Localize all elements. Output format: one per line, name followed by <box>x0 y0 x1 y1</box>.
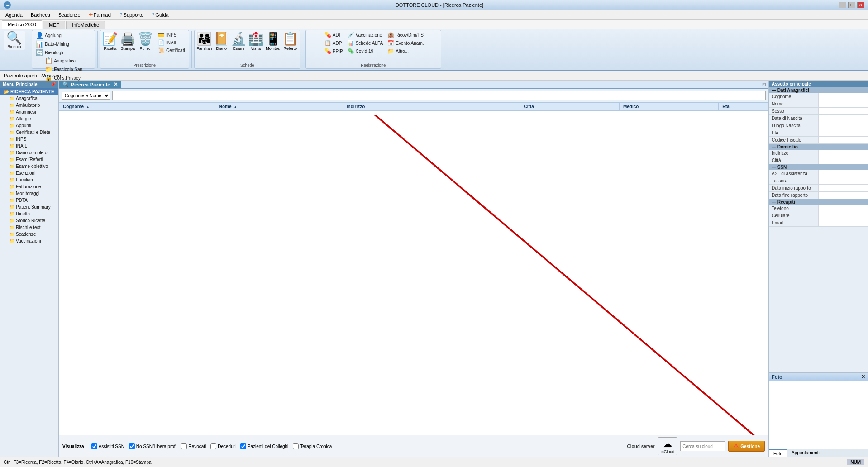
ribbon-btn-inps[interactable]: 💳 INPS <box>156 31 187 38</box>
ribbon-btn-datamining[interactable]: 📊 Data-Mining <box>34 40 71 48</box>
foto-close-icon[interactable]: ✕ <box>861 374 865 380</box>
checkbox-revocati[interactable]: Revocati <box>181 443 206 449</box>
sidebar-item-familiari[interactable]: 📁 Familiari <box>0 176 58 183</box>
adp-icon: 📋 <box>324 40 331 46</box>
pulisci-icon: 🗑️ <box>138 31 153 46</box>
ribbon-btn-altro[interactable]: 📁 Altro... <box>386 48 410 55</box>
cerca-cloud-input[interactable] <box>680 441 725 451</box>
sidebar-item-appunti[interactable]: 📁 Appunti <box>0 122 58 129</box>
ribbon-btn-pulisci[interactable]: 🗑️ Pulisci <box>138 31 153 51</box>
ribbon-btn-anagrafica[interactable]: 📋 Anagrafica <box>43 57 86 65</box>
sidebar-item-anagrafica[interactable]: 📁 Anagrafica <box>0 95 58 102</box>
tab-infomediche[interactable]: InfoMediche <box>66 21 105 29</box>
sidebar-item-monitoraggi[interactable]: 📁 Monitoraggi <box>0 190 58 197</box>
gestione-button[interactable]: ⚠ Gestione <box>728 441 765 452</box>
col-nome[interactable]: Nome ▲ <box>215 103 343 111</box>
sidebar-item-allergie[interactable]: 📁 Allergie <box>0 115 58 122</box>
ribbon-btn-ricerca[interactable]: 🔍 Ricerca <box>4 31 25 50</box>
sidebar-item-ambulatorio[interactable]: 📁 Ambulatorio <box>0 102 58 109</box>
field-eta: Età <box>769 129 868 137</box>
panel-tab-ricerca[interactable]: 🔍 Ricerca Paziente ✕ <box>59 81 121 88</box>
ribbon-btn-stampa[interactable]: 🖨️ Stampa <box>120 31 136 51</box>
ribbon-btn-riepilogli[interactable]: 🔄 Riepilogli <box>34 48 65 57</box>
cloud-server-label: Cloud server <box>627 444 655 449</box>
checkbox-assistiti-ssn[interactable]: Assistiti SSN <box>91 443 124 449</box>
ribbon-btn-diario[interactable]: 📔 Diario <box>214 31 229 51</box>
ribbon-btn-eventonam[interactable]: 📅 Evento Anam. <box>386 39 425 47</box>
menu-guida[interactable]: ?Guida <box>148 11 172 19</box>
ribbon-btn-schedealfa[interactable]: 📊 Schede ALFA <box>346 39 385 47</box>
sidebar-pin-icon[interactable]: 📌 <box>50 82 56 87</box>
sidebar-item-vaccinazioni[interactable]: 📁 Vaccinazioni <box>0 238 58 244</box>
col-citta[interactable]: Città <box>520 103 619 111</box>
col-medico[interactable]: Medico <box>619 103 718 111</box>
sidebar-item-ricerca-paziente[interactable]: 📂 RICERCA PAZIENTE <box>0 88 58 95</box>
checkbox-deceduti[interactable]: Deceduti <box>210 443 235 449</box>
checkbox-terapia-cronica[interactable]: Terapia Cronica <box>293 443 332 449</box>
ribbon-btn-certificati[interactable]: 📜 Certificati <box>156 47 187 54</box>
menu-farmaci[interactable]: ✚Farmaci <box>85 11 115 19</box>
sidebar-item-certificati[interactable]: 📁 Certificati e Diete <box>0 129 58 136</box>
sidebar-item-esami[interactable]: 📁 Esami/Referti <box>0 156 58 163</box>
sidebar-item-pdta[interactable]: 📁 PDTA <box>0 197 58 204</box>
checkbox-pazienti-colleghi[interactable]: Pazienti dei Colleghi <box>240 443 289 449</box>
sidebar-item-scadenze[interactable]: 📁 Scadenze <box>0 231 58 238</box>
sidebar-item-anamnesi[interactable]: 📁 Anamnesi <box>0 109 58 115</box>
ribbon-btn-aggiungi[interactable]: 👤 Aggiungi <box>34 31 64 39</box>
menu-agenda[interactable]: Agenda <box>2 11 26 19</box>
checkbox-no-ssn[interactable]: No SSN/Libera prof. <box>129 443 177 449</box>
maximize-button[interactable]: □ <box>848 2 855 8</box>
sidebar-item-esenzioni[interactable]: 📁 Esenzioni <box>0 170 58 176</box>
inps-icon: 💳 <box>158 32 165 38</box>
referto-icon: 📋 <box>282 31 298 46</box>
panel-close-icon[interactable]: ✕ <box>114 81 118 87</box>
ribbon-btn-covid19[interactable]: 🦠 Covid 19 <box>346 48 375 55</box>
sidebar-item-diario-completo[interactable]: 📁 Diario completo <box>0 149 58 156</box>
tab-mef[interactable]: MEF <box>43 21 65 29</box>
sidebar-item-inps[interactable]: 📁 INPS <box>0 136 58 143</box>
ribbon-btn-familiari[interactable]: 👨‍👩‍👧 Familiari <box>196 31 212 51</box>
sidebar-item-inail[interactable]: 📁 INAIL <box>0 143 58 149</box>
sidebar-item-patient-summary[interactable]: 📁 Patient Summary <box>0 204 58 210</box>
sidebar-item-storico-ricette[interactable]: 📁 Storico Ricette <box>0 217 58 224</box>
ribbon-btn-ricetta[interactable]: 📝 Ricetta <box>102 31 118 51</box>
ribbon-btn-esami[interactable]: 🔬 Esami <box>231 31 247 51</box>
menu-supporto[interactable]: ?Supporto <box>116 11 147 19</box>
foto-tabs: Foto Appuntamenti <box>769 449 868 457</box>
ribbon-btn-ricovrims[interactable]: 🏨 Ricov/Dim/PS <box>386 31 425 38</box>
ribbon-btn-adp[interactable]: 📋 ADP <box>323 39 344 47</box>
sidebar-title: Menu Principale <box>3 82 38 87</box>
ribbon-btn-visita[interactable]: 🏥 Visita <box>248 31 264 51</box>
sidebar-item-fatturazione[interactable]: 📁 Fatturazione <box>0 183 58 190</box>
col-indirizzo[interactable]: Indirizzo <box>343 103 520 111</box>
ribbon-btn-adi[interactable]: 💊 ADI <box>323 31 342 38</box>
tab-medico2000[interactable]: Medico 2000 <box>2 20 42 29</box>
incloud-button[interactable]: ☁ inCloud <box>658 437 678 455</box>
folder-icon: 📁 <box>9 232 14 237</box>
sidebar-item-ricetta[interactable]: 📁 Ricetta <box>0 210 58 217</box>
search-input[interactable] <box>112 91 766 100</box>
ribbon-btn-monitor[interactable]: 📱 Monitor. <box>265 31 281 51</box>
panel-control-restore[interactable]: ⊡ <box>759 81 768 88</box>
field-citta: Città <box>769 157 868 164</box>
menu-scadenze[interactable]: Scadenze <box>55 11 84 19</box>
window-controls: − □ ✕ <box>839 2 864 8</box>
foto-tab-foto[interactable]: Foto <box>769 449 787 457</box>
minimize-button[interactable]: − <box>839 2 846 8</box>
menu-bacheca[interactable]: Bacheca <box>27 11 54 19</box>
foto-tab-appuntamenti[interactable]: Appuntamenti <box>787 449 824 457</box>
close-button[interactable]: ✕ <box>857 2 864 8</box>
section-recapiti: — Recapiti <box>769 199 868 205</box>
ribbon-btn-fascicolo[interactable]: 📁 Fascicolo San. <box>43 65 86 73</box>
search-type-select[interactable]: Cognome e Nome Codice Fiscale Data di Na… <box>62 92 110 100</box>
col-cognome[interactable]: Cognome ▲ <box>59 103 215 111</box>
evento-icon: 📅 <box>387 40 394 46</box>
ribbon-btn-vaccinazione[interactable]: 💉 Vaccinazione <box>346 31 384 38</box>
ribbon-btn-inail[interactable]: 📄 INAIL <box>156 39 187 46</box>
sidebar-item-esame-obiettivo[interactable]: 📁 Esame obiettivo <box>0 163 58 170</box>
ribbon-btn-ppip[interactable]: 💊 PPIP <box>323 48 345 55</box>
foto-title: Foto <box>772 374 782 380</box>
col-eta[interactable]: Età <box>719 103 768 111</box>
sidebar-item-rischi[interactable]: 📁 Rischi e test <box>0 224 58 231</box>
ribbon-btn-referto[interactable]: 📋 Referto <box>282 31 298 51</box>
